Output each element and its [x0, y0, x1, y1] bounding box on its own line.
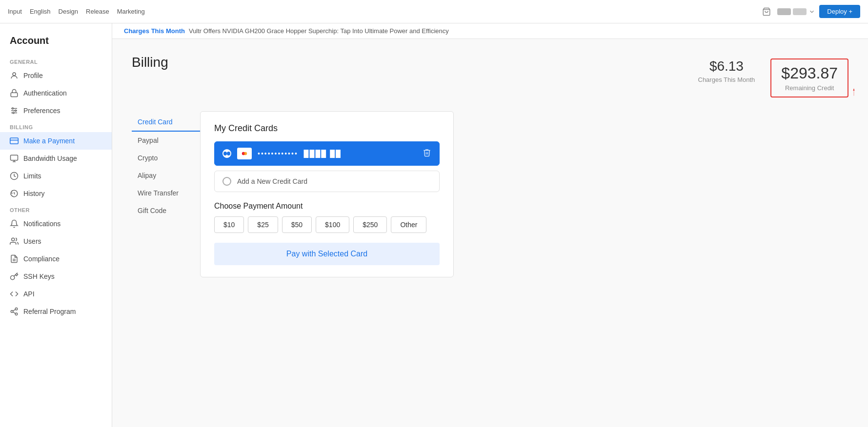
news-bar: Charges This Month Vultr Offers NVIDIA G… — [112, 23, 868, 39]
sidebar-item-ssh-keys-label: SSH Keys — [23, 272, 55, 280]
topbar-right: Deploy + — [760, 5, 860, 19]
sidebar-item-history[interactable]: History — [0, 185, 112, 202]
topbar-tab-design[interactable]: Design — [59, 8, 78, 15]
svg-point-8 — [13, 112, 14, 114]
amount-other[interactable]: Other — [391, 216, 426, 233]
svg-rect-11 — [11, 155, 18, 160]
svg-point-14 — [12, 238, 15, 241]
sidebar-item-authentication-label: Authentication — [23, 89, 67, 97]
sidebar-section-billing: BILLING — [0, 119, 112, 132]
amount-250[interactable]: $250 — [353, 216, 387, 233]
billing-tabs: Credit Card Paypal Crypto Alipay Wire Tr… — [132, 111, 200, 277]
sidebar-item-preferences[interactable]: Preferences — [0, 102, 112, 119]
lock-icon — [10, 89, 19, 97]
sidebar-item-users-label: Users — [23, 237, 41, 245]
sidebar: Account GENERAL Profile Authentication P… — [0, 23, 112, 427]
topbar-tab-input[interactable]: Input — [8, 8, 22, 15]
amount-50[interactable]: $50 — [282, 216, 312, 233]
sidebar-item-ssh-keys[interactable]: SSH Keys — [0, 268, 112, 285]
topbar-tab-marketing[interactable]: Marketing — [117, 8, 145, 15]
svg-rect-2 — [11, 93, 18, 97]
gauge-icon — [10, 172, 19, 180]
deploy-button[interactable]: Deploy + — [819, 5, 860, 18]
card-radio-selected — [222, 149, 231, 158]
svg-line-21 — [13, 310, 15, 311]
news-text: Vultr Offers NVIDIA GH200 Grace Hopper S… — [189, 27, 449, 35]
tab-gift-code[interactable]: Gift Code — [132, 202, 200, 219]
tab-crypto[interactable]: Crypto — [132, 149, 200, 167]
svg-line-20 — [13, 312, 15, 313]
key-icon — [10, 272, 19, 281]
add-card-radio — [222, 177, 231, 186]
sidebar-item-users[interactable]: Users — [0, 233, 112, 250]
sidebar-item-history-label: History — [23, 190, 45, 197]
billing-body: Billing $6.13 Charges This Month $293.87… — [112, 39, 868, 293]
topbar-tab-release[interactable]: Release — [86, 8, 109, 15]
svg-point-6 — [12, 108, 14, 109]
pay-button[interactable]: Pay with Selected Card — [214, 243, 440, 265]
billing-layout: Credit Card Paypal Crypto Alipay Wire Tr… — [132, 111, 848, 277]
user-avatar[interactable] — [777, 8, 815, 15]
bandwidth-icon — [10, 154, 19, 163]
sidebar-item-profile[interactable]: Profile — [0, 67, 112, 84]
sliders-icon — [10, 106, 19, 115]
tab-credit-card[interactable]: Credit Card — [132, 113, 200, 132]
sidebar-item-make-payment-label: Make a Payment — [23, 137, 75, 145]
cart-icon[interactable] — [760, 5, 773, 19]
person-icon — [10, 71, 19, 80]
credit-label: Remaining Credit — [781, 84, 838, 92]
sidebar-item-preferences-label: Preferences — [23, 107, 60, 115]
layout: Account GENERAL Profile Authentication P… — [0, 23, 868, 427]
svg-point-7 — [15, 110, 17, 112]
billing-panel: My Credit Cards — [200, 111, 454, 277]
amount-10[interactable]: $10 — [214, 216, 244, 233]
sidebar-section-other: OTHER — [0, 202, 112, 215]
tab-paypal[interactable]: Paypal — [132, 132, 200, 149]
sidebar-item-api-label: API — [23, 290, 35, 298]
annotation-arrow — [849, 88, 858, 97]
sidebar-item-profile-label: Profile — [23, 72, 43, 79]
svg-point-1 — [13, 73, 16, 76]
news-label: Charges This Month — [124, 27, 185, 35]
tab-wire-transfer[interactable]: Wire Transfer — [132, 184, 200, 202]
topbar-tab-english[interactable]: English — [30, 8, 51, 15]
charges-label: Charges This Month — [698, 76, 755, 83]
amount-25[interactable]: $25 — [248, 216, 278, 233]
sidebar-item-bandwidth-label: Bandwidth Usage — [23, 155, 77, 162]
card-brand-icon — [237, 148, 252, 159]
api-icon — [10, 290, 19, 298]
svg-point-17 — [15, 308, 18, 311]
tab-alipay[interactable]: Alipay — [132, 167, 200, 184]
topbar: Input English Design Release Marketing D… — [0, 0, 868, 23]
credit-card-item[interactable]: •••••••••••• ████ ██ — [214, 141, 440, 166]
amount-options: $10 $25 $50 $100 $250 Other — [214, 216, 440, 233]
credit-amount: $293.87 — [781, 64, 838, 82]
charges-amount: $6.13 — [698, 58, 755, 74]
sidebar-item-api[interactable]: API — [0, 285, 112, 303]
sidebar-item-limits[interactable]: Limits — [0, 167, 112, 185]
sidebar-item-referral[interactable]: Referral Program — [0, 303, 112, 320]
sidebar-item-make-payment[interactable]: Make a Payment — [0, 132, 112, 150]
svg-point-19 — [15, 313, 18, 315]
sidebar-item-notifications[interactable]: Notifications — [0, 215, 112, 233]
sidebar-item-limits-label: Limits — [23, 172, 41, 180]
history-icon — [10, 189, 19, 198]
card-icon — [10, 136, 19, 145]
payment-amount-title: Choose Payment Amount — [214, 202, 440, 211]
sidebar-item-compliance-label: Compliance — [23, 255, 60, 263]
sidebar-item-referral-label: Referral Program — [23, 308, 76, 315]
credit-summary: $293.87 Remaining Credit — [770, 58, 848, 97]
sidebar-item-authentication[interactable]: Authentication — [0, 84, 112, 102]
add-credit-card-item[interactable]: Add a New Credit Card — [214, 171, 440, 192]
sidebar-item-bandwidth[interactable]: Bandwidth Usage — [0, 150, 112, 167]
compliance-icon — [10, 254, 19, 263]
add-card-label: Add a New Credit Card — [237, 177, 307, 185]
card-delete-button[interactable] — [423, 148, 431, 159]
sidebar-title: Account — [0, 31, 112, 54]
charges-summary: $6.13 Charges This Month — [698, 58, 755, 83]
referral-icon — [10, 307, 19, 316]
amount-100[interactable]: $100 — [316, 216, 349, 233]
sidebar-item-compliance[interactable]: Compliance — [0, 250, 112, 268]
bell-icon — [10, 219, 19, 228]
main-content: Charges This Month Vultr Offers NVIDIA G… — [112, 23, 868, 427]
